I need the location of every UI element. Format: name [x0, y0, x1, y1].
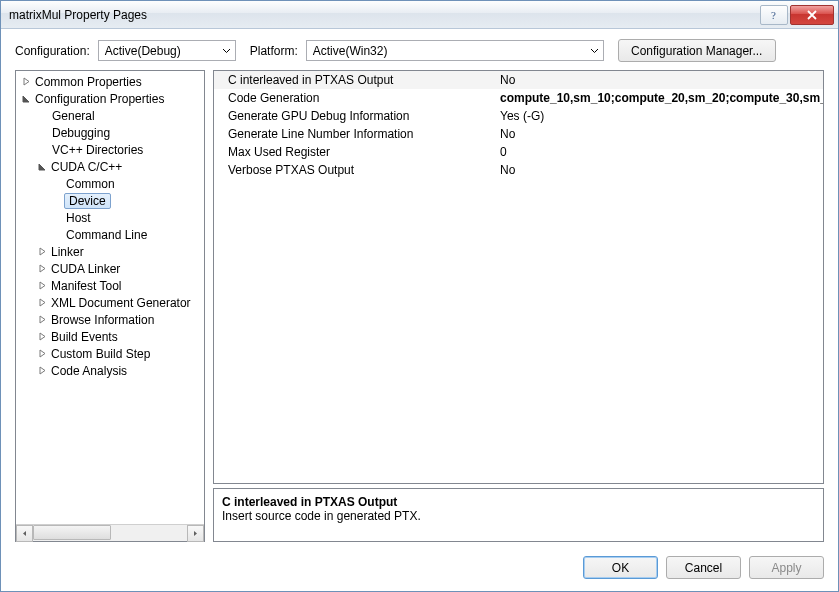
configuration-bar: Configuration: Active(Debug) Platform: A… [1, 29, 838, 70]
expand-icon[interactable] [36, 297, 48, 309]
tree-item-xml-doc-generator[interactable]: XML Document Generator [16, 294, 204, 311]
expand-icon[interactable] [36, 263, 48, 275]
svg-text:?: ? [771, 9, 776, 21]
dialog-footer: OK Cancel Apply [1, 548, 838, 591]
expand-icon[interactable] [36, 314, 48, 326]
configuration-combo[interactable]: Active(Debug) [98, 40, 236, 61]
tree-item-cuda-host[interactable]: Host [16, 209, 204, 226]
property-row[interactable]: Generate GPU Debug InformationYes (-G) [214, 107, 823, 125]
property-value[interactable]: No [496, 73, 823, 87]
property-label: Generate Line Number Information [214, 127, 496, 141]
tree-item-browse-information[interactable]: Browse Information [16, 311, 204, 328]
property-value[interactable]: Yes (-G) [496, 109, 823, 123]
ok-button[interactable]: OK [583, 556, 658, 579]
cancel-button[interactable]: Cancel [666, 556, 741, 579]
right-panel: C interleaved in PTXAS OutputNoCode Gene… [213, 70, 824, 542]
description-panel: C interleaved in PTXAS Output Insert sou… [213, 488, 824, 542]
property-grid[interactable]: C interleaved in PTXAS OutputNoCode Gene… [213, 70, 824, 484]
configuration-value: Active(Debug) [105, 44, 181, 58]
titlebar: matrixMul Property Pages ? [1, 1, 838, 29]
scroll-left-icon[interactable] [16, 525, 33, 542]
tree-item-cuda-linker[interactable]: CUDA Linker [16, 260, 204, 277]
help-button[interactable]: ? [760, 5, 788, 25]
platform-label: Platform: [250, 44, 298, 58]
property-label: Code Generation [214, 91, 496, 105]
property-row[interactable]: Verbose PTXAS OutputNo [214, 161, 823, 179]
property-value[interactable]: compute_10,sm_10;compute_20,sm_20;comput… [496, 91, 823, 105]
tree-item-configuration-properties[interactable]: Configuration Properties [16, 90, 204, 107]
close-button[interactable] [790, 5, 834, 25]
grid-body: C interleaved in PTXAS OutputNoCode Gene… [214, 71, 823, 483]
tree-panel: Common Properties Configuration Properti… [15, 70, 205, 542]
window-controls: ? [760, 5, 838, 25]
property-value[interactable]: No [496, 127, 823, 141]
tree-item-linker[interactable]: Linker [16, 243, 204, 260]
expand-icon[interactable] [36, 246, 48, 258]
property-value[interactable]: 0 [496, 145, 823, 159]
property-row[interactable]: Code Generationcompute_10,sm_10;compute_… [214, 89, 823, 107]
property-label: Generate GPU Debug Information [214, 109, 496, 123]
chevron-down-icon [590, 46, 599, 55]
configuration-label: Configuration: [15, 44, 90, 58]
expand-icon[interactable] [36, 331, 48, 343]
property-row[interactable]: C interleaved in PTXAS OutputNo [214, 71, 823, 89]
apply-button[interactable]: Apply [749, 556, 824, 579]
scroll-right-icon[interactable] [187, 525, 204, 542]
property-label: Verbose PTXAS Output [214, 163, 496, 177]
collapse-icon[interactable] [20, 93, 32, 105]
tree-item-code-analysis[interactable]: Code Analysis [16, 362, 204, 379]
expand-icon[interactable] [36, 348, 48, 360]
property-row[interactable]: Generate Line Number InformationNo [214, 125, 823, 143]
nav-tree[interactable]: Common Properties Configuration Properti… [16, 71, 204, 524]
tree-item-cuda-device[interactable]: Device [16, 192, 204, 209]
platform-value: Active(Win32) [313, 44, 388, 58]
tree-item-cuda-cpp[interactable]: CUDA C/C++ [16, 158, 204, 175]
tree-item-general[interactable]: General [16, 107, 204, 124]
chevron-down-icon [222, 46, 231, 55]
tree-item-cuda-common[interactable]: Common [16, 175, 204, 192]
property-pages-window: matrixMul Property Pages ? Configuration… [0, 0, 839, 592]
description-text: Insert source code in generated PTX. [222, 509, 815, 523]
property-row[interactable]: Max Used Register0 [214, 143, 823, 161]
tree-item-manifest-tool[interactable]: Manifest Tool [16, 277, 204, 294]
property-label: C interleaved in PTXAS Output [214, 73, 496, 87]
tree-item-cuda-command-line[interactable]: Command Line [16, 226, 204, 243]
platform-combo[interactable]: Active(Win32) [306, 40, 604, 61]
tree-item-custom-build-step[interactable]: Custom Build Step [16, 345, 204, 362]
property-label: Max Used Register [214, 145, 496, 159]
tree-item-vc-directories[interactable]: VC++ Directories [16, 141, 204, 158]
tree-item-build-events[interactable]: Build Events [16, 328, 204, 345]
scroll-thumb[interactable] [33, 525, 111, 540]
property-value[interactable]: No [496, 163, 823, 177]
expand-icon[interactable] [36, 280, 48, 292]
tree-item-common-properties[interactable]: Common Properties [16, 73, 204, 90]
window-title: matrixMul Property Pages [9, 8, 760, 22]
body: Common Properties Configuration Properti… [1, 70, 838, 548]
description-title: C interleaved in PTXAS Output [222, 495, 815, 509]
expand-icon[interactable] [20, 76, 32, 88]
tree-h-scrollbar[interactable] [16, 524, 204, 541]
expand-icon[interactable] [36, 365, 48, 377]
tree-item-debugging[interactable]: Debugging [16, 124, 204, 141]
collapse-icon[interactable] [36, 161, 48, 173]
scroll-track[interactable] [33, 525, 187, 542]
configuration-manager-button[interactable]: Configuration Manager... [618, 39, 776, 62]
